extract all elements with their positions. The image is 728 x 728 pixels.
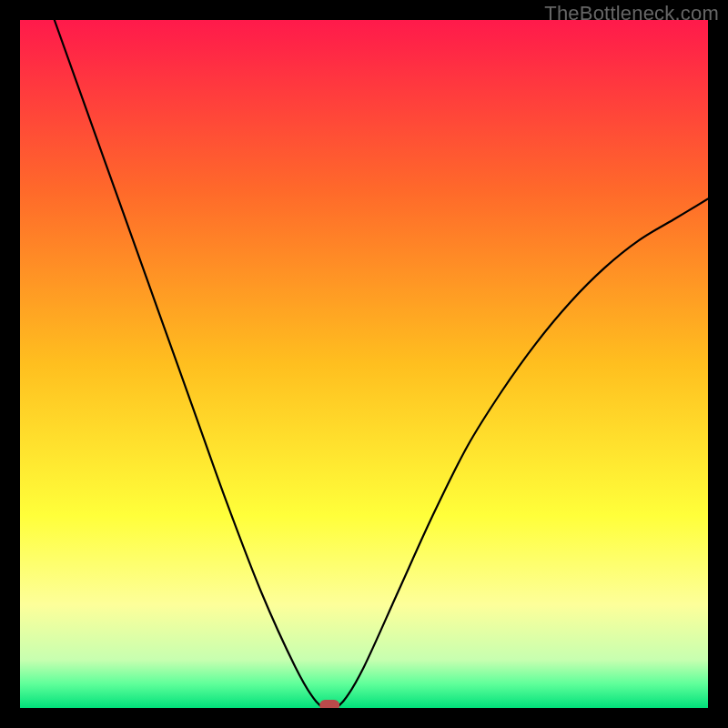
optimum-marker — [319, 700, 339, 708]
chart-frame: TheBottleneck.com — [0, 0, 728, 728]
gradient-background — [20, 20, 708, 708]
chart-svg — [20, 20, 708, 708]
plot-area — [20, 20, 708, 708]
